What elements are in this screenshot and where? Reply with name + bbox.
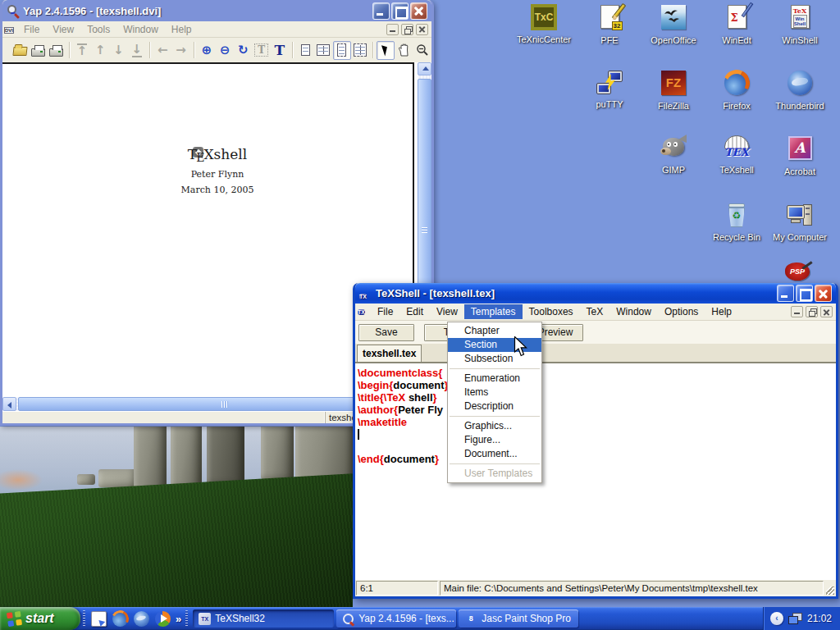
yap-child-minimize-button[interactable] [386,24,399,35]
print-icon[interactable] [29,41,47,60]
quicklaunch-handle[interactable] [83,610,85,627]
texshell-menu-help[interactable]: Help [705,304,738,319]
yap-close-button[interactable] [410,2,427,20]
editor-line-7[interactable] [358,441,836,453]
texshell-editor[interactable]: \documentclass{\begin{document}\title{\T… [355,363,836,580]
thunderbird-icon[interactable] [134,611,149,627]
desktop-icon-my-computer[interactable]: My Computer [768,202,832,242]
first-page-icon[interactable]: ↑ [73,41,91,60]
zoom-out-icon[interactable]: ⊖ [216,41,234,60]
show-desktop-icon[interactable] [91,611,107,627]
yap-child-restore-button[interactable] [401,24,413,35]
network-icon[interactable] [788,613,802,624]
start-button[interactable]: start [0,607,80,630]
yap-menu-window[interactable]: Window [116,22,165,37]
facing-page-view-icon[interactable] [314,41,332,60]
desktop-icon-filezilla[interactable]: FZFileZilla [641,69,705,111]
editor-line-4[interactable]: \author{Peter Fly [358,404,836,416]
desktop-icon-recycle-bin[interactable]: ♻Recycle Bin [705,202,769,242]
texshell-menu-templates[interactable]: Templates [464,304,523,319]
desktop-icon-pfe[interactable]: 32PFE [578,3,641,45]
desktop-icon-winshell[interactable]: TeXWinShellWinShell [768,3,832,45]
yap-menu-help[interactable]: Help [165,22,199,37]
desktop-icon-firefox[interactable]: Firefox [705,69,769,111]
texshell-titlebar[interactable]: TX TeXShell - [texshell.tex] [355,283,836,304]
templates-menu-item-figure[interactable]: Figure... [448,433,541,447]
texshell-menu-options[interactable]: Options [658,304,705,319]
editor-line-3[interactable]: \title{\TeX shell} [358,391,836,404]
next-page-icon[interactable]: ↓ [109,41,127,60]
templates-menu-item-description[interactable]: Description [448,399,541,413]
desktop-icon-thunderbird[interactable]: Thunderbird [768,69,832,111]
zoom-tool-icon[interactable] [413,41,431,60]
templates-menu-item-enumeration[interactable]: Enumeration [448,372,541,386]
tray-collapse-chevron[interactable]: ‹ [770,612,783,625]
templates-menu-item-document[interactable]: Document... [448,447,541,461]
texshell-close-button[interactable] [815,285,832,302]
single-page-view-icon[interactable] [296,41,314,60]
save-button[interactable]: Save [358,324,414,341]
texshell-menu-edit[interactable]: Edit [399,304,430,319]
select-tool-icon[interactable] [377,41,395,60]
templates-menu-item-graphics[interactable]: Graphics... [448,419,541,433]
taskbar-button-jasc-paint-shop-pro[interactable]: 8Jasc Paint Shop Pro [459,609,578,628]
templates-menu-item-items[interactable]: Items [448,386,541,399]
templates-menu-item-section[interactable]: Section [448,338,541,352]
desktop-icon-winedt[interactable]: ΣWinEdt [705,3,769,45]
desktop-icon-putty[interactable]: puTTY [578,69,641,109]
texshell-menu-tex[interactable]: TeX [580,304,610,319]
continuous-view-icon[interactable] [333,41,351,60]
templates-menu-item-subsection[interactable]: Subsection [448,352,541,366]
yap-minimize-button[interactable] [372,2,390,20]
back-icon[interactable]: ← [153,41,171,60]
editor-line-1[interactable]: \documentclass{ [358,367,836,379]
taskband-handle[interactable] [185,610,188,627]
desktop-icon-texshell[interactable]: TEXTeXshell [705,135,769,175]
editor-line-2[interactable]: \begin{document} [358,379,836,391]
yap-titlebar[interactable]: Yap 2.4.1596 - [texshell.dvi] [2,0,431,21]
taskbar-button-yap-2-4-1596-texs[interactable]: Yap 2.4.1596 - [texs... [336,609,456,628]
yap-maximize-button[interactable] [391,2,409,20]
yap-child-close-button[interactable] [416,24,428,35]
desktop-icon-gimp[interactable]: GIMP [641,135,705,175]
texshell-child-minimize-button[interactable] [791,306,803,317]
resize-grip[interactable] [824,580,836,596]
editor-line-8[interactable]: \end{document} [358,453,836,465]
quicklaunch-overflow-chevron[interactable]: » [174,613,183,625]
yap-menu-view[interactable]: View [46,22,80,37]
desktop-icon-paint-shop-pro[interactable]: PSP [779,262,815,281]
editor-line-5[interactable]: \maketitle [358,416,836,428]
yap-menu-file[interactable]: File [17,22,46,37]
firefox-icon[interactable] [112,611,128,627]
open-file-icon[interactable] [11,41,29,60]
texshell-menu-toolboxes[interactable]: Toolboxes [523,304,580,319]
last-page-icon[interactable]: ↓ [128,41,146,60]
continuous-facing-view-icon[interactable] [351,41,369,60]
desktop-icon-openoffice[interactable]: OpenOffice [641,3,705,45]
print-preview-icon[interactable] [48,41,66,60]
texshell-child-close-button[interactable] [820,306,833,317]
previous-page-icon[interactable]: ↑ [91,41,109,60]
edit-source-icon[interactable]: T [252,41,270,60]
hand-tool-icon[interactable] [395,41,413,60]
texshell-maximize-button[interactable] [796,285,813,302]
scroll-up-button[interactable] [418,62,431,75]
texshell-menu-file[interactable]: File [371,304,399,319]
desktop-icon-texniccenter[interactable]: TxCTeXnicCenter [512,3,576,44]
templates-menu-item-chapter[interactable]: Chapter [448,324,541,338]
texshell-menu-view[interactable]: View [430,304,464,319]
taskbar-button-texshell32[interactable]: TXTeXShell32 [193,609,334,628]
texshell-minimize-button[interactable] [777,285,794,302]
tab-texshell-tex[interactable]: texshell.tex [357,345,422,362]
forward-icon[interactable]: → [171,41,189,60]
scroll-left-button[interactable] [2,397,16,411]
desktop-icon-acrobat[interactable]: AAcrobat [768,135,832,176]
redraw-icon[interactable]: ↻ [234,41,252,60]
editor-line-6[interactable] [358,428,836,441]
texshell-child-restore-button[interactable] [806,306,818,317]
texshell-menu-window[interactable]: Window [609,304,658,319]
media-player-icon[interactable] [155,611,171,627]
zoom-in-icon[interactable]: ⊕ [198,41,216,60]
yap-menu-tools[interactable]: Tools [80,22,116,37]
text-select-icon[interactable]: T [271,41,289,60]
